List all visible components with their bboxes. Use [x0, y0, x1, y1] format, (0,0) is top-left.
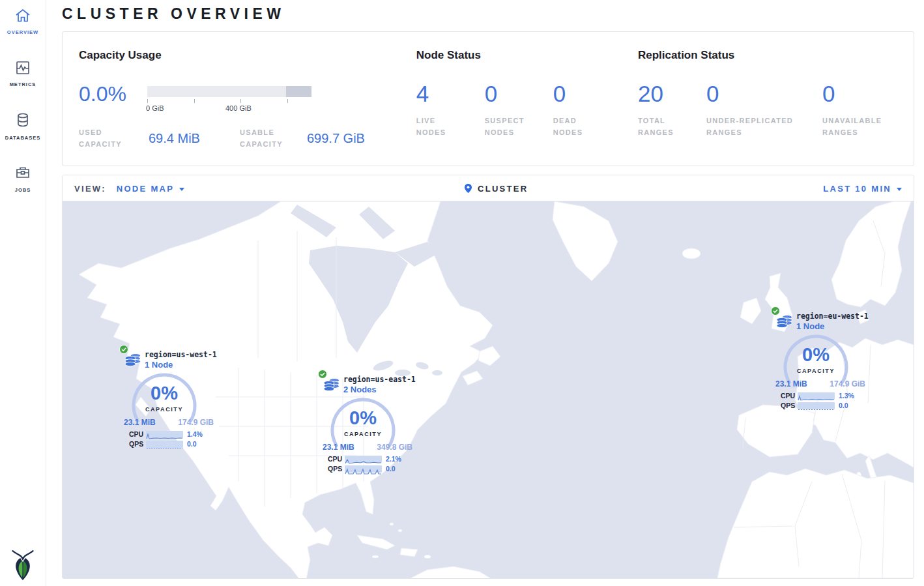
dead-nodes-stat: 0 DEAD NODES	[553, 81, 622, 138]
sidebar-item-label: JOBS	[0, 187, 46, 193]
sidebar-item-label: METRICS	[0, 81, 46, 87]
suspect-nodes-label: SUSPECT NODES	[485, 115, 530, 138]
cluster-summary-panel: Capacity Usage 0.0% 0 GiB 40	[62, 31, 914, 166]
capacity-gauge-percent: 0%	[130, 383, 198, 404]
database-node-icon	[776, 314, 793, 331]
live-nodes-label: LIVE NODES	[416, 115, 459, 138]
metrics-icon	[14, 60, 31, 78]
sidebar-item-metrics[interactable]: METRICS	[0, 60, 46, 87]
map-node-us-west-1[interactable]: region=us-west-1 1 Node 0% CAPACITY 23.1…	[119, 345, 217, 450]
cpu-label: CPU	[781, 392, 795, 400]
qps-label: QPS	[129, 440, 143, 448]
node-count[interactable]: 1 Node	[145, 360, 173, 370]
node-usable-capacity: 349.8 GiB	[377, 443, 412, 452]
axis-tick-label: 400 GiB	[225, 104, 252, 112]
axis-tick-label: 0 GiB	[146, 104, 164, 112]
qps-label: QPS	[781, 402, 795, 409]
replication-status-title: Replication Status	[638, 49, 914, 62]
chevron-down-icon[interactable]	[897, 188, 902, 191]
capacity-gauge-caption: CAPACITY	[329, 431, 397, 437]
dead-nodes-label: DEAD NODES	[553, 115, 592, 138]
page-title: CLUSTER OVERVIEW	[62, 5, 285, 23]
sidebar-item-jobs[interactable]: JOBS	[0, 164, 46, 193]
unavailable-ranges-stat: 0 UNAVAILABLE RANGES	[822, 81, 914, 138]
sidebar-item-overview[interactable]: OVERVIEW	[0, 8, 46, 35]
node-usable-capacity: 174.9 GiB	[178, 418, 214, 427]
node-used-capacity: 23.1 MiB	[124, 418, 156, 427]
main-content: CLUSTER OVERVIEW Capacity Usage 0.0%	[46, 0, 924, 586]
node-map-panel: VIEW: NODE MAP CLUSTER LAST 10 MIN	[62, 175, 914, 579]
cpu-label: CPU	[129, 430, 143, 438]
node-usable-capacity: 174.9 GiB	[830, 379, 865, 388]
total-ranges-value: 20	[638, 81, 706, 106]
replication-status-section: Replication Status 20 TOTAL RANGES 0 UND…	[638, 49, 914, 166]
breadcrumb-label: CLUSTER	[478, 184, 528, 194]
region-label: region=us-east-1	[343, 375, 416, 384]
sidebar-item-databases[interactable]: DATABASES	[0, 112, 46, 141]
live-nodes-value: 4	[416, 81, 485, 106]
cpu-sparkline	[146, 431, 183, 438]
home-icon	[14, 8, 31, 26]
axis-tick	[147, 99, 148, 103]
qps-sparkline	[345, 465, 382, 473]
under-replicated-ranges-stat: 0 UNDER-REPLICATED RANGES	[706, 81, 822, 138]
cpu-sparkline	[345, 456, 382, 463]
unavailable-ranges-value: 0	[822, 81, 914, 106]
qps-value: 0.0	[839, 402, 848, 409]
location-pin-icon	[465, 184, 472, 193]
region-label: region=eu-west-1	[796, 312, 869, 321]
capacity-bar-axis: 0 GiB 400 GiB	[147, 97, 311, 114]
database-node-icon	[124, 353, 141, 370]
node-count[interactable]: 2 Nodes	[343, 385, 377, 394]
capacity-bar-reserved-segment	[286, 86, 311, 97]
capacity-gauge-percent: 0%	[329, 407, 397, 429]
time-range-dropdown[interactable]: LAST 10 MIN	[823, 184, 891, 194]
sidebar: OVERVIEW METRICS DATABASES	[0, 0, 46, 586]
qps-value: 0.0	[187, 440, 197, 448]
view-selector-dropdown[interactable]: NODE MAP	[117, 184, 174, 194]
cockroachdb-logo[interactable]	[10, 548, 36, 581]
map-breadcrumb: CLUSTER	[465, 184, 528, 194]
capacity-gauge-caption: CAPACITY	[782, 368, 850, 374]
usable-capacity-value: 699.7 GiB	[307, 127, 365, 149]
capacity-usage-title: Capacity Usage	[79, 49, 416, 62]
axis-tick	[194, 99, 195, 103]
world-map[interactable]: region=us-west-1 1 Node 0% CAPACITY 23.1…	[63, 201, 914, 578]
capacity-usage-section: Capacity Usage 0.0% 0 GiB 40	[63, 49, 416, 166]
live-nodes-stat: 4 LIVE NODES	[416, 81, 485, 138]
region-label: region=us-west-1	[145, 350, 217, 359]
qps-sparkline	[798, 402, 835, 409]
dead-nodes-value: 0	[553, 81, 622, 106]
under-replicated-ranges-value: 0	[706, 81, 822, 106]
map-node-eu-west-1[interactable]: region=eu-west-1 1 Node 0% CAPACITY 23.1…	[771, 306, 869, 412]
qps-label: QPS	[328, 465, 342, 473]
cpu-value: 1.3%	[839, 392, 854, 400]
node-count[interactable]: 1 Node	[796, 321, 824, 331]
suspect-nodes-stat: 0 SUSPECT NODES	[485, 81, 553, 138]
databases-icon	[14, 112, 31, 132]
sidebar-item-label: DATABASES	[0, 135, 46, 141]
axis-tick	[240, 99, 241, 103]
unavailable-ranges-label: UNAVAILABLE RANGES	[822, 115, 894, 138]
node-used-capacity: 23.1 MiB	[775, 379, 807, 388]
cpu-sparkline	[798, 392, 835, 400]
view-label: VIEW:	[74, 184, 106, 194]
axis-tick	[287, 99, 288, 103]
cluster-overview-page: OVERVIEW METRICS DATABASES	[0, 0, 924, 586]
cpu-label: CPU	[328, 455, 342, 463]
chevron-down-icon[interactable]	[179, 188, 184, 191]
capacity-bar-track	[147, 86, 311, 97]
total-ranges-label: TOTAL RANGES	[638, 115, 681, 138]
node-status-section: Node Status 4 LIVE NODES 0 SUSPECT NODES…	[416, 49, 638, 166]
map-node-us-east-1[interactable]: region=us-east-1 2 Nodes 0% CAPACITY 23.…	[318, 370, 416, 475]
cpu-value: 2.1%	[386, 455, 401, 463]
total-ranges-stat: 20 TOTAL RANGES	[638, 81, 706, 138]
database-node-icon	[323, 377, 340, 394]
node-used-capacity: 23.1 MiB	[323, 443, 354, 452]
usable-capacity-label: USABLE CAPACITY	[240, 127, 301, 150]
sidebar-item-label: OVERVIEW	[0, 29, 46, 35]
suspect-nodes-value: 0	[485, 81, 553, 106]
used-capacity-value: 69.4 MiB	[149, 127, 207, 149]
qps-value: 0.0	[386, 465, 396, 473]
map-toolbar: VIEW: NODE MAP CLUSTER LAST 10 MIN	[63, 175, 914, 201]
